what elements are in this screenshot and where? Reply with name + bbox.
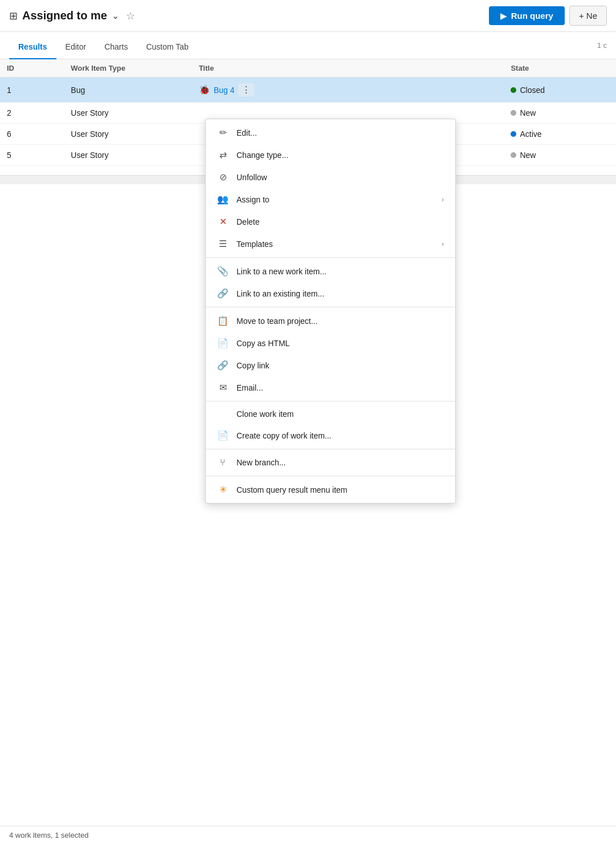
cell-id: 2 [0, 103, 64, 124]
cell-id: 1 [0, 78, 64, 103]
col-header-id: ID [0, 59, 64, 78]
bug-icon: 🐞 [199, 84, 210, 95]
run-query-label: Run query [511, 11, 553, 21]
state-dot-icon [511, 131, 516, 137]
menu-divider-divider2 [206, 307, 455, 307]
item-count-label: 1 c [597, 41, 607, 50]
menu-item-edit[interactable]: ✏Edit... [206, 121, 455, 144]
menu-item-copy-link[interactable]: 🔗Copy link [206, 354, 455, 376]
edit-label: Edit... [236, 128, 444, 137]
menu-item-change-type[interactable]: ⇄Change type... [206, 144, 455, 166]
favorite-star-icon[interactable]: ☆ [126, 10, 135, 22]
cell-work-item-type: User Story [64, 124, 192, 145]
menu-item-create-copy[interactable]: 📄Create copy of work item... [206, 424, 455, 447]
menu-item-link-existing[interactable]: 🔗Link to an existing item... [206, 282, 455, 305]
title-chevron-icon[interactable]: ⌄ [112, 10, 119, 21]
assign-to-submenu-icon: › [442, 195, 444, 204]
link-existing-label: Link to an existing item... [236, 289, 444, 298]
custom-menu-icon: ✳ [217, 484, 229, 495]
cell-state: New [504, 145, 616, 166]
menu-item-assign-to[interactable]: 👥Assign to› [206, 188, 455, 210]
cell-state: New [504, 103, 616, 124]
menu-divider-divider1 [206, 257, 455, 258]
email-label: Email... [236, 383, 444, 392]
row-more-button[interactable]: ⋮ [238, 83, 254, 96]
menu-item-templates[interactable]: ☰Templates› [206, 233, 455, 255]
menu-divider-divider5 [206, 476, 455, 476]
cell-state: Closed [504, 78, 616, 103]
menu-divider-divider3 [206, 401, 455, 401]
col-header-title: Title [192, 59, 504, 78]
edit-icon: ✏ [217, 127, 229, 138]
create-copy-label: Create copy of work item... [236, 431, 444, 440]
link-new-label: Link to a new work item... [236, 267, 444, 276]
templates-label: Templates [236, 240, 434, 249]
new-branch-icon: ⑂ [217, 457, 229, 468]
menu-item-delete[interactable]: ✕Delete [206, 210, 455, 233]
run-query-button[interactable]: ▶ Run query [489, 6, 565, 25]
col-header-state: State [504, 59, 616, 78]
custom-menu-label: Custom query result menu item [236, 485, 444, 494]
menu-item-link-new[interactable]: 📎Link to a new work item... [206, 260, 455, 282]
menu-item-custom-menu[interactable]: ✳Custom query result menu item [206, 478, 455, 501]
move-team-label: Move to team project... [236, 316, 444, 326]
move-team-icon: 📋 [217, 315, 229, 326]
status-bar: 4 work items, 1 selected [0, 826, 616, 844]
col-header-work-item-type: Work Item Type [64, 59, 192, 78]
state-dot-icon [511, 87, 516, 93]
menu-item-clone[interactable]: Clone work item [206, 404, 455, 424]
link-new-icon: 📎 [217, 266, 229, 277]
cell-id: 6 [0, 124, 64, 145]
templates-icon: ☰ [217, 238, 229, 249]
play-icon: ▶ [500, 11, 507, 21]
copy-link-label: Copy link [236, 361, 444, 370]
tabs-bar: Results Editor Charts Custom Tab 1 c [0, 32, 616, 59]
tab-editor[interactable]: Editor [56, 35, 96, 59]
unfollow-label: Unfollow [236, 173, 444, 182]
email-icon: ✉ [217, 382, 229, 393]
tab-custom-tab[interactable]: Custom Tab [137, 35, 197, 59]
header: ⊞ Assigned to me ⌄ ☆ ▶ Run query + Ne [0, 0, 616, 32]
new-branch-label: New branch... [236, 458, 444, 467]
title-link[interactable]: Bug 4 [214, 86, 235, 95]
page-title: Assigned to me [22, 9, 107, 22]
copy-html-icon: 📄 [217, 338, 229, 348]
cell-id: 5 [0, 145, 64, 166]
menu-divider-divider4 [206, 449, 455, 449]
table-row[interactable]: 1Bug🐞Bug 4⋮Closed [0, 78, 616, 103]
new-label: + Ne [579, 11, 597, 21]
delete-label: Delete [236, 217, 444, 226]
create-copy-icon: 📄 [217, 430, 229, 441]
delete-icon: ✕ [217, 216, 229, 227]
state-dot-icon [511, 110, 516, 116]
assign-to-icon: 👥 [217, 194, 229, 205]
menu-item-unfollow[interactable]: ⊘Unfollow [206, 166, 455, 188]
templates-submenu-icon: › [442, 240, 444, 248]
cell-work-item-type: User Story [64, 103, 192, 124]
change-type-label: Change type... [236, 151, 444, 160]
context-menu: ✏Edit...⇄Change type...⊘Unfollow👥Assign … [205, 119, 456, 504]
menu-item-new-branch[interactable]: ⑂New branch... [206, 452, 455, 473]
status-text: 4 work items, 1 selected [9, 831, 88, 839]
grid-icon: ⊞ [9, 10, 18, 22]
copy-link-icon: 🔗 [217, 360, 229, 371]
copy-html-label: Copy as HTML [236, 339, 444, 348]
link-existing-icon: 🔗 [217, 288, 229, 299]
cell-work-item-type: User Story [64, 145, 192, 166]
change-type-icon: ⇄ [217, 149, 229, 160]
cell-work-item-type: Bug [64, 78, 192, 103]
menu-item-email[interactable]: ✉Email... [206, 376, 455, 399]
new-button[interactable]: + Ne [569, 6, 607, 26]
tab-results[interactable]: Results [9, 35, 56, 59]
unfollow-icon: ⊘ [217, 172, 229, 182]
cell-title[interactable]: 🐞Bug 4⋮ [192, 78, 504, 103]
clone-label: Clone work item [236, 409, 444, 419]
tab-charts[interactable]: Charts [95, 35, 137, 59]
menu-item-move-team[interactable]: 📋Move to team project... [206, 310, 455, 332]
cell-state: Active [504, 124, 616, 145]
state-dot-icon [511, 152, 516, 158]
assign-to-label: Assign to [236, 195, 434, 204]
menu-item-copy-html[interactable]: 📄Copy as HTML [206, 332, 455, 354]
table-header-row: ID Work Item Type Title State [0, 59, 616, 78]
